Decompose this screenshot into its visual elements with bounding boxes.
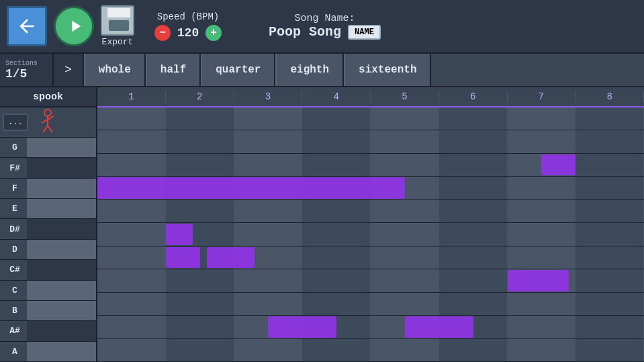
grid-cell[interactable] <box>576 154 644 176</box>
grid-cell[interactable] <box>439 107 508 130</box>
grid-cell[interactable] <box>97 154 166 176</box>
next-section-button[interactable]: > <box>54 54 84 86</box>
grid-cell[interactable] <box>508 293 576 315</box>
grid-cell[interactable] <box>97 107 166 130</box>
note-block[interactable] <box>405 316 473 337</box>
note-block[interactable] <box>97 177 405 198</box>
grid-cell[interactable] <box>97 246 166 269</box>
note-key-c[interactable] <box>27 281 96 300</box>
grid-cell[interactable] <box>166 316 234 338</box>
note-sixteenth-button[interactable]: sixteenth <box>344 54 431 86</box>
grid-cell[interactable] <box>508 223 576 245</box>
note-block[interactable] <box>166 247 200 268</box>
note-key-dsharp[interactable] <box>27 219 96 238</box>
note-key-csharp[interactable] <box>27 260 96 279</box>
grid-cell[interactable] <box>576 246 644 269</box>
grid-cell[interactable] <box>234 107 303 130</box>
grid-cell[interactable] <box>302 200 371 222</box>
grid-cell[interactable] <box>166 293 234 315</box>
note-block[interactable] <box>166 224 193 244</box>
speed-decrease-button[interactable]: − <box>154 25 171 41</box>
grid-cell[interactable] <box>166 107 234 130</box>
grid-cell[interactable] <box>371 107 439 130</box>
grid-cell[interactable] <box>302 130 371 152</box>
note-key-a[interactable] <box>27 342 96 361</box>
note-key-b[interactable] <box>27 301 96 320</box>
grid-cell[interactable] <box>439 154 508 176</box>
note-key-f[interactable] <box>27 179 96 198</box>
grid-cell[interactable] <box>302 223 371 245</box>
grid-cell[interactable] <box>508 177 576 199</box>
grid-cell[interactable] <box>371 154 439 176</box>
grid-cell[interactable] <box>234 200 303 222</box>
grid-cell[interactable] <box>576 177 644 199</box>
grid-cell[interactable] <box>371 293 439 315</box>
grid-cell[interactable] <box>576 339 644 361</box>
grid-cell[interactable] <box>234 130 303 152</box>
grid-cell[interactable] <box>234 223 303 245</box>
note-eighth-button[interactable]: eighth <box>275 54 344 86</box>
grid-cell[interactable] <box>439 246 508 269</box>
grid-cell[interactable] <box>166 200 234 222</box>
grid-cell[interactable] <box>576 269 644 291</box>
grid-cell[interactable] <box>508 316 576 338</box>
grid-cell[interactable] <box>576 316 644 338</box>
note-key-g[interactable] <box>27 138 96 157</box>
grid-cell[interactable] <box>234 339 303 361</box>
grid-cell[interactable] <box>371 269 439 291</box>
grid-cell[interactable] <box>439 177 508 199</box>
grid-cell[interactable] <box>97 316 166 338</box>
grid-cell[interactable] <box>576 130 644 152</box>
note-block[interactable] <box>207 247 255 268</box>
grid-cell[interactable] <box>166 269 234 291</box>
grid-cell[interactable] <box>97 269 166 291</box>
grid-cell[interactable] <box>508 107 576 130</box>
grid-cell[interactable] <box>302 246 371 269</box>
grid-cell[interactable] <box>97 293 166 315</box>
grid-cell[interactable] <box>302 154 371 176</box>
note-key-d[interactable] <box>27 240 96 259</box>
grid-cell[interactable] <box>166 154 234 176</box>
export-button[interactable]: Export <box>101 5 134 47</box>
note-block[interactable] <box>268 316 336 337</box>
grid-cell[interactable] <box>166 130 234 152</box>
grid-cell[interactable] <box>302 107 371 130</box>
grid-cell[interactable] <box>302 293 371 315</box>
grid-cell[interactable] <box>371 246 439 269</box>
grid-cell[interactable] <box>371 223 439 245</box>
grid-cell[interactable] <box>576 223 644 245</box>
grid-cell[interactable] <box>302 269 371 291</box>
grid-cell[interactable] <box>439 339 508 361</box>
note-quarter-button[interactable]: quarter <box>201 54 275 86</box>
grid-cell[interactable] <box>508 130 576 152</box>
grid-cell[interactable] <box>439 293 508 315</box>
rename-button[interactable]: NAME <box>348 25 381 40</box>
grid-cell[interactable] <box>439 200 508 222</box>
note-half-button[interactable]: half <box>146 54 201 86</box>
note-block[interactable] <box>541 154 576 175</box>
grid-cell[interactable] <box>371 130 439 152</box>
grid-cell[interactable] <box>439 269 508 291</box>
grid-cell[interactable] <box>576 107 644 130</box>
note-whole-button[interactable]: whole <box>84 54 146 86</box>
instrument-menu-button[interactable]: ... <box>3 114 28 131</box>
note-key-asharp[interactable] <box>27 321 96 341</box>
grid-cell[interactable] <box>576 293 644 315</box>
grid-cell[interactable] <box>234 269 303 291</box>
grid-cell[interactable] <box>97 223 166 245</box>
grid-cell[interactable] <box>508 246 576 269</box>
play-button[interactable] <box>54 6 94 46</box>
grid-cell[interactable] <box>97 200 166 222</box>
speed-increase-button[interactable]: + <box>205 25 222 41</box>
grid-cell[interactable] <box>234 154 303 176</box>
note-block[interactable] <box>508 270 569 291</box>
grid-cell[interactable] <box>97 339 166 361</box>
note-key-e[interactable] <box>27 199 96 218</box>
grid-cell[interactable] <box>371 339 439 361</box>
grid-cell[interactable] <box>166 339 234 361</box>
grid-cell[interactable] <box>576 200 644 222</box>
grid-cell[interactable] <box>302 339 371 361</box>
grid-cell[interactable] <box>508 339 576 361</box>
grid-cell[interactable] <box>508 200 576 222</box>
grid-cell[interactable] <box>439 130 508 152</box>
